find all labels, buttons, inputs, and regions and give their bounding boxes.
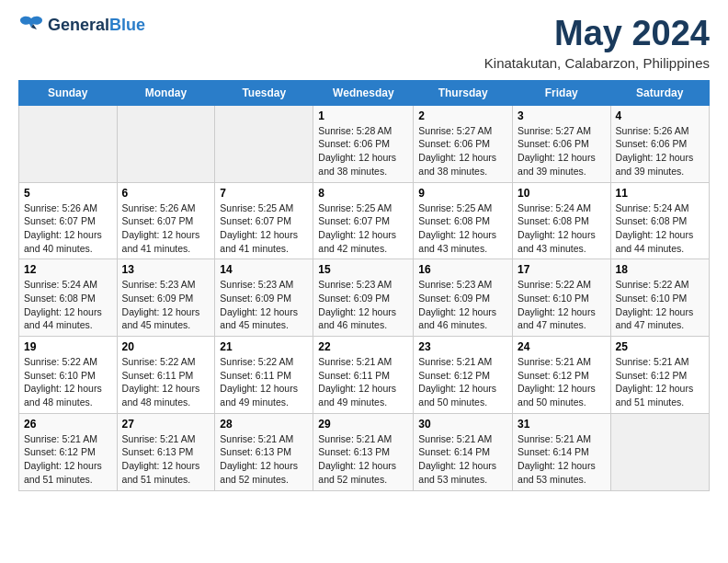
day-info: Sunrise: 5:26 AM Sunset: 6:07 PM Dayligh…: [122, 201, 210, 256]
week-row: 5Sunrise: 5:26 AM Sunset: 6:07 PM Daylig…: [19, 182, 710, 259]
day-info: Sunrise: 5:22 AM Sunset: 6:10 PM Dayligh…: [518, 278, 606, 332]
day-number: 26: [24, 418, 112, 431]
header-cell-friday: Friday: [513, 80, 611, 105]
day-number: 31: [518, 418, 606, 431]
day-info: Sunrise: 5:21 AM Sunset: 6:12 PM Dayligh…: [418, 355, 507, 409]
day-cell: 3Sunrise: 5:27 AM Sunset: 6:06 PM Daylig…: [513, 105, 611, 182]
day-cell: 15Sunrise: 5:23 AM Sunset: 6:09 PM Dayli…: [313, 259, 414, 337]
day-info: Sunrise: 5:21 AM Sunset: 6:14 PM Dayligh…: [418, 432, 507, 487]
day-cell: 9Sunrise: 5:25 AM Sunset: 6:08 PM Daylig…: [414, 182, 513, 259]
day-cell: 31Sunrise: 5:21 AM Sunset: 6:14 PM Dayli…: [513, 413, 611, 490]
day-info: Sunrise: 5:21 AM Sunset: 6:14 PM Dayligh…: [518, 432, 606, 487]
day-number: 29: [318, 418, 408, 431]
day-cell: 29Sunrise: 5:21 AM Sunset: 6:13 PM Dayli…: [313, 413, 414, 490]
day-cell: [215, 105, 313, 182]
day-cell: [19, 105, 118, 182]
day-info: Sunrise: 5:23 AM Sunset: 6:09 PM Dayligh…: [122, 278, 210, 332]
day-number: 4: [616, 109, 704, 122]
day-number: 18: [616, 263, 704, 276]
day-cell: 4Sunrise: 5:26 AM Sunset: 6:06 PM Daylig…: [610, 105, 709, 182]
day-number: 23: [418, 340, 507, 353]
header-cell-saturday: Saturday: [610, 80, 709, 105]
day-cell: 16Sunrise: 5:23 AM Sunset: 6:09 PM Dayli…: [414, 259, 513, 337]
day-info: Sunrise: 5:25 AM Sunset: 6:08 PM Dayligh…: [418, 201, 507, 256]
day-info: Sunrise: 5:26 AM Sunset: 6:07 PM Dayligh…: [24, 201, 112, 256]
day-number: 16: [418, 263, 507, 276]
day-number: 12: [24, 263, 112, 276]
day-number: 30: [418, 418, 507, 431]
day-number: 5: [24, 187, 112, 200]
day-number: 25: [616, 340, 704, 353]
day-info: Sunrise: 5:23 AM Sunset: 6:09 PM Dayligh…: [318, 278, 408, 332]
day-cell: [610, 413, 709, 490]
day-info: Sunrise: 5:24 AM Sunset: 6:08 PM Dayligh…: [24, 278, 112, 332]
day-number: 9: [418, 187, 507, 200]
day-cell: 13Sunrise: 5:23 AM Sunset: 6:09 PM Dayli…: [117, 259, 215, 337]
header-row: SundayMondayTuesdayWednesdayThursdayFrid…: [19, 80, 710, 105]
day-info: Sunrise: 5:21 AM Sunset: 6:13 PM Dayligh…: [122, 432, 210, 487]
day-info: Sunrise: 5:27 AM Sunset: 6:06 PM Dayligh…: [418, 124, 507, 178]
week-row: 26Sunrise: 5:21 AM Sunset: 6:12 PM Dayli…: [19, 413, 710, 490]
week-row: 19Sunrise: 5:22 AM Sunset: 6:10 PM Dayli…: [19, 337, 710, 414]
day-cell: 1Sunrise: 5:28 AM Sunset: 6:06 PM Daylig…: [313, 105, 414, 182]
day-info: Sunrise: 5:22 AM Sunset: 6:11 PM Dayligh…: [122, 355, 210, 409]
title-section: May 2024 Kinatakutan, Calabarzon, Philip…: [484, 15, 710, 71]
day-cell: 12Sunrise: 5:24 AM Sunset: 6:08 PM Dayli…: [19, 259, 118, 337]
header-cell-thursday: Thursday: [414, 80, 513, 105]
day-cell: 18Sunrise: 5:22 AM Sunset: 6:10 PM Dayli…: [610, 259, 709, 337]
day-number: 13: [122, 263, 210, 276]
calendar-header: SundayMondayTuesdayWednesdayThursdayFrid…: [19, 80, 710, 105]
day-cell: 27Sunrise: 5:21 AM Sunset: 6:13 PM Dayli…: [117, 413, 215, 490]
day-number: 21: [220, 340, 308, 353]
day-cell: 8Sunrise: 5:25 AM Sunset: 6:07 PM Daylig…: [313, 182, 414, 259]
calendar-table: SundayMondayTuesdayWednesdayThursdayFrid…: [18, 80, 710, 491]
day-number: 22: [318, 340, 408, 353]
day-number: 20: [122, 340, 210, 353]
day-number: 14: [220, 263, 308, 276]
day-number: 11: [616, 187, 704, 200]
day-cell: 30Sunrise: 5:21 AM Sunset: 6:14 PM Dayli…: [414, 413, 513, 490]
day-info: Sunrise: 5:23 AM Sunset: 6:09 PM Dayligh…: [418, 278, 507, 332]
day-info: Sunrise: 5:22 AM Sunset: 6:11 PM Dayligh…: [220, 355, 308, 409]
logo-icon: [18, 15, 44, 37]
day-info: Sunrise: 5:23 AM Sunset: 6:09 PM Dayligh…: [220, 278, 308, 332]
day-cell: 5Sunrise: 5:26 AM Sunset: 6:07 PM Daylig…: [19, 182, 118, 259]
day-number: 7: [220, 187, 308, 200]
day-cell: 24Sunrise: 5:21 AM Sunset: 6:12 PM Dayli…: [513, 337, 611, 414]
header-cell-tuesday: Tuesday: [215, 80, 313, 105]
day-number: 17: [518, 263, 606, 276]
day-number: 2: [418, 109, 507, 122]
day-info: Sunrise: 5:26 AM Sunset: 6:06 PM Dayligh…: [616, 124, 704, 178]
week-row: 12Sunrise: 5:24 AM Sunset: 6:08 PM Dayli…: [19, 259, 710, 337]
logo: GeneralBlue: [18, 15, 145, 37]
day-cell: 7Sunrise: 5:25 AM Sunset: 6:07 PM Daylig…: [215, 182, 313, 259]
day-cell: 6Sunrise: 5:26 AM Sunset: 6:07 PM Daylig…: [117, 182, 215, 259]
day-cell: 23Sunrise: 5:21 AM Sunset: 6:12 PM Dayli…: [414, 337, 513, 414]
day-number: 8: [318, 187, 408, 200]
header-cell-wednesday: Wednesday: [313, 80, 414, 105]
day-info: Sunrise: 5:25 AM Sunset: 6:07 PM Dayligh…: [318, 201, 408, 256]
day-cell: 14Sunrise: 5:23 AM Sunset: 6:09 PM Dayli…: [215, 259, 313, 337]
day-number: 6: [122, 187, 210, 200]
day-cell: 17Sunrise: 5:22 AM Sunset: 6:10 PM Dayli…: [513, 259, 611, 337]
day-info: Sunrise: 5:27 AM Sunset: 6:06 PM Dayligh…: [518, 124, 606, 178]
day-info: Sunrise: 5:22 AM Sunset: 6:10 PM Dayligh…: [24, 355, 112, 409]
day-number: 10: [518, 187, 606, 200]
day-info: Sunrise: 5:28 AM Sunset: 6:06 PM Dayligh…: [318, 124, 408, 178]
day-info: Sunrise: 5:24 AM Sunset: 6:08 PM Dayligh…: [616, 201, 704, 256]
week-row: 1Sunrise: 5:28 AM Sunset: 6:06 PM Daylig…: [19, 105, 710, 182]
day-info: Sunrise: 5:25 AM Sunset: 6:07 PM Dayligh…: [220, 201, 308, 256]
day-info: Sunrise: 5:21 AM Sunset: 6:13 PM Dayligh…: [318, 432, 408, 487]
header-cell-monday: Monday: [117, 80, 215, 105]
day-cell: 10Sunrise: 5:24 AM Sunset: 6:08 PM Dayli…: [513, 182, 611, 259]
day-number: 19: [24, 340, 112, 353]
calendar-body: 1Sunrise: 5:28 AM Sunset: 6:06 PM Daylig…: [19, 105, 710, 490]
day-cell: 21Sunrise: 5:22 AM Sunset: 6:11 PM Dayli…: [215, 337, 313, 414]
day-info: Sunrise: 5:21 AM Sunset: 6:12 PM Dayligh…: [24, 432, 112, 487]
day-number: 24: [518, 340, 606, 353]
day-number: 28: [220, 418, 308, 431]
month-title: May 2024: [484, 15, 710, 53]
day-cell: 28Sunrise: 5:21 AM Sunset: 6:13 PM Dayli…: [215, 413, 313, 490]
day-number: 1: [318, 109, 408, 122]
header-cell-sunday: Sunday: [19, 80, 118, 105]
